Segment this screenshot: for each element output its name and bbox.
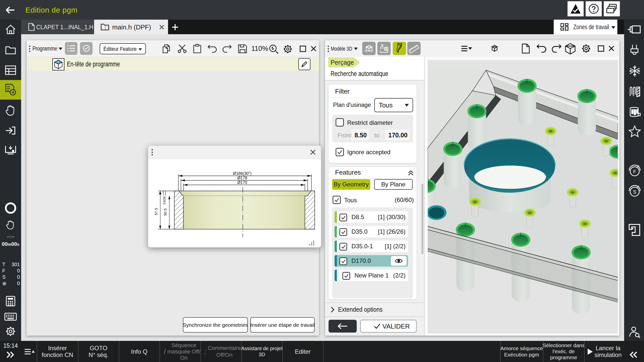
svg-text:0.6⁄28: 0.6⁄28	[163, 196, 166, 205]
svg-text:S: S	[633, 189, 636, 195]
svg-text:50.5: 50.5	[163, 208, 167, 216]
svg-text:57.5: 57.5	[154, 208, 158, 215]
svg-text:Ø170: Ø170	[237, 180, 247, 185]
svg-text:Ø186(30°): Ø186(30°)	[233, 171, 252, 176]
svg-text:F: F	[633, 169, 636, 174]
svg-text:Ø178: Ø178	[237, 176, 247, 180]
svg-text:7: 7	[158, 192, 162, 194]
